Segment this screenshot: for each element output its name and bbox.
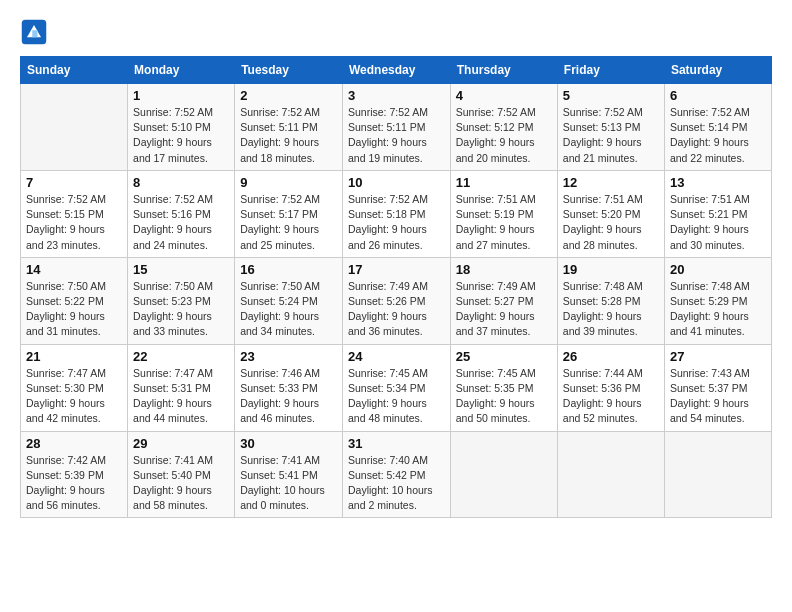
day-number: 29 — [133, 436, 229, 451]
header — [20, 18, 772, 46]
day-number: 30 — [240, 436, 337, 451]
day-number: 6 — [670, 88, 766, 103]
day-number: 8 — [133, 175, 229, 190]
day-detail: Sunrise: 7:49 AM Sunset: 5:26 PM Dayligh… — [348, 279, 445, 340]
day-number: 2 — [240, 88, 337, 103]
calendar-cell: 29Sunrise: 7:41 AM Sunset: 5:40 PM Dayli… — [128, 431, 235, 518]
calendar-cell: 14Sunrise: 7:50 AM Sunset: 5:22 PM Dayli… — [21, 257, 128, 344]
day-number: 23 — [240, 349, 337, 364]
day-detail: Sunrise: 7:41 AM Sunset: 5:41 PM Dayligh… — [240, 453, 337, 514]
column-header-monday: Monday — [128, 57, 235, 84]
logo-icon — [20, 18, 48, 46]
calendar-cell: 23Sunrise: 7:46 AM Sunset: 5:33 PM Dayli… — [235, 344, 343, 431]
calendar-cell: 2Sunrise: 7:52 AM Sunset: 5:11 PM Daylig… — [235, 84, 343, 171]
day-detail: Sunrise: 7:52 AM Sunset: 5:14 PM Dayligh… — [670, 105, 766, 166]
calendar-table: SundayMondayTuesdayWednesdayThursdayFrid… — [20, 56, 772, 518]
day-number: 21 — [26, 349, 122, 364]
calendar-cell — [450, 431, 557, 518]
svg-marker-2 — [32, 30, 37, 37]
calendar-cell: 27Sunrise: 7:43 AM Sunset: 5:37 PM Dayli… — [664, 344, 771, 431]
column-header-friday: Friday — [557, 57, 664, 84]
week-row-2: 7Sunrise: 7:52 AM Sunset: 5:15 PM Daylig… — [21, 170, 772, 257]
column-header-tuesday: Tuesday — [235, 57, 343, 84]
day-detail: Sunrise: 7:51 AM Sunset: 5:21 PM Dayligh… — [670, 192, 766, 253]
day-detail: Sunrise: 7:46 AM Sunset: 5:33 PM Dayligh… — [240, 366, 337, 427]
calendar-cell: 5Sunrise: 7:52 AM Sunset: 5:13 PM Daylig… — [557, 84, 664, 171]
calendar-cell: 21Sunrise: 7:47 AM Sunset: 5:30 PM Dayli… — [21, 344, 128, 431]
calendar-cell: 28Sunrise: 7:42 AM Sunset: 5:39 PM Dayli… — [21, 431, 128, 518]
column-header-sunday: Sunday — [21, 57, 128, 84]
day-number: 11 — [456, 175, 552, 190]
day-detail: Sunrise: 7:48 AM Sunset: 5:29 PM Dayligh… — [670, 279, 766, 340]
logo — [20, 18, 52, 46]
day-number: 26 — [563, 349, 659, 364]
calendar-cell: 26Sunrise: 7:44 AM Sunset: 5:36 PM Dayli… — [557, 344, 664, 431]
calendar-cell: 6Sunrise: 7:52 AM Sunset: 5:14 PM Daylig… — [664, 84, 771, 171]
day-detail: Sunrise: 7:50 AM Sunset: 5:22 PM Dayligh… — [26, 279, 122, 340]
calendar-cell: 22Sunrise: 7:47 AM Sunset: 5:31 PM Dayli… — [128, 344, 235, 431]
page: SundayMondayTuesdayWednesdayThursdayFrid… — [0, 0, 792, 612]
day-detail: Sunrise: 7:41 AM Sunset: 5:40 PM Dayligh… — [133, 453, 229, 514]
calendar-cell: 18Sunrise: 7:49 AM Sunset: 5:27 PM Dayli… — [450, 257, 557, 344]
day-detail: Sunrise: 7:47 AM Sunset: 5:30 PM Dayligh… — [26, 366, 122, 427]
calendar-cell: 8Sunrise: 7:52 AM Sunset: 5:16 PM Daylig… — [128, 170, 235, 257]
calendar-cell: 30Sunrise: 7:41 AM Sunset: 5:41 PM Dayli… — [235, 431, 343, 518]
calendar-cell: 16Sunrise: 7:50 AM Sunset: 5:24 PM Dayli… — [235, 257, 343, 344]
day-number: 16 — [240, 262, 337, 277]
week-row-4: 21Sunrise: 7:47 AM Sunset: 5:30 PM Dayli… — [21, 344, 772, 431]
day-number: 13 — [670, 175, 766, 190]
day-number: 10 — [348, 175, 445, 190]
day-detail: Sunrise: 7:51 AM Sunset: 5:20 PM Dayligh… — [563, 192, 659, 253]
day-number: 18 — [456, 262, 552, 277]
day-detail: Sunrise: 7:45 AM Sunset: 5:35 PM Dayligh… — [456, 366, 552, 427]
calendar-cell: 3Sunrise: 7:52 AM Sunset: 5:11 PM Daylig… — [342, 84, 450, 171]
calendar-cell: 9Sunrise: 7:52 AM Sunset: 5:17 PM Daylig… — [235, 170, 343, 257]
day-number: 19 — [563, 262, 659, 277]
day-number: 20 — [670, 262, 766, 277]
day-detail: Sunrise: 7:40 AM Sunset: 5:42 PM Dayligh… — [348, 453, 445, 514]
day-detail: Sunrise: 7:52 AM Sunset: 5:17 PM Dayligh… — [240, 192, 337, 253]
calendar-cell: 17Sunrise: 7:49 AM Sunset: 5:26 PM Dayli… — [342, 257, 450, 344]
day-detail: Sunrise: 7:47 AM Sunset: 5:31 PM Dayligh… — [133, 366, 229, 427]
calendar-cell: 12Sunrise: 7:51 AM Sunset: 5:20 PM Dayli… — [557, 170, 664, 257]
day-number: 25 — [456, 349, 552, 364]
calendar-cell: 31Sunrise: 7:40 AM Sunset: 5:42 PM Dayli… — [342, 431, 450, 518]
week-row-3: 14Sunrise: 7:50 AM Sunset: 5:22 PM Dayli… — [21, 257, 772, 344]
calendar-cell: 11Sunrise: 7:51 AM Sunset: 5:19 PM Dayli… — [450, 170, 557, 257]
day-detail: Sunrise: 7:52 AM Sunset: 5:11 PM Dayligh… — [348, 105, 445, 166]
day-number: 28 — [26, 436, 122, 451]
calendar-cell: 24Sunrise: 7:45 AM Sunset: 5:34 PM Dayli… — [342, 344, 450, 431]
day-detail: Sunrise: 7:44 AM Sunset: 5:36 PM Dayligh… — [563, 366, 659, 427]
week-row-1: 1Sunrise: 7:52 AM Sunset: 5:10 PM Daylig… — [21, 84, 772, 171]
day-detail: Sunrise: 7:49 AM Sunset: 5:27 PM Dayligh… — [456, 279, 552, 340]
calendar-cell: 7Sunrise: 7:52 AM Sunset: 5:15 PM Daylig… — [21, 170, 128, 257]
calendar-cell — [21, 84, 128, 171]
calendar-cell — [557, 431, 664, 518]
day-number: 1 — [133, 88, 229, 103]
day-number: 22 — [133, 349, 229, 364]
day-detail: Sunrise: 7:52 AM Sunset: 5:11 PM Dayligh… — [240, 105, 337, 166]
calendar-cell: 20Sunrise: 7:48 AM Sunset: 5:29 PM Dayli… — [664, 257, 771, 344]
day-number: 14 — [26, 262, 122, 277]
day-number: 4 — [456, 88, 552, 103]
day-detail: Sunrise: 7:42 AM Sunset: 5:39 PM Dayligh… — [26, 453, 122, 514]
day-number: 3 — [348, 88, 445, 103]
calendar-cell: 25Sunrise: 7:45 AM Sunset: 5:35 PM Dayli… — [450, 344, 557, 431]
day-detail: Sunrise: 7:50 AM Sunset: 5:24 PM Dayligh… — [240, 279, 337, 340]
header-row: SundayMondayTuesdayWednesdayThursdayFrid… — [21, 57, 772, 84]
day-number: 9 — [240, 175, 337, 190]
day-detail: Sunrise: 7:45 AM Sunset: 5:34 PM Dayligh… — [348, 366, 445, 427]
day-number: 24 — [348, 349, 445, 364]
day-detail: Sunrise: 7:52 AM Sunset: 5:15 PM Dayligh… — [26, 192, 122, 253]
day-detail: Sunrise: 7:43 AM Sunset: 5:37 PM Dayligh… — [670, 366, 766, 427]
calendar-cell: 4Sunrise: 7:52 AM Sunset: 5:12 PM Daylig… — [450, 84, 557, 171]
calendar-cell: 1Sunrise: 7:52 AM Sunset: 5:10 PM Daylig… — [128, 84, 235, 171]
day-number: 7 — [26, 175, 122, 190]
day-number: 27 — [670, 349, 766, 364]
day-detail: Sunrise: 7:50 AM Sunset: 5:23 PM Dayligh… — [133, 279, 229, 340]
calendar-cell: 15Sunrise: 7:50 AM Sunset: 5:23 PM Dayli… — [128, 257, 235, 344]
day-detail: Sunrise: 7:52 AM Sunset: 5:16 PM Dayligh… — [133, 192, 229, 253]
day-detail: Sunrise: 7:48 AM Sunset: 5:28 PM Dayligh… — [563, 279, 659, 340]
day-detail: Sunrise: 7:52 AM Sunset: 5:13 PM Dayligh… — [563, 105, 659, 166]
column-header-saturday: Saturday — [664, 57, 771, 84]
